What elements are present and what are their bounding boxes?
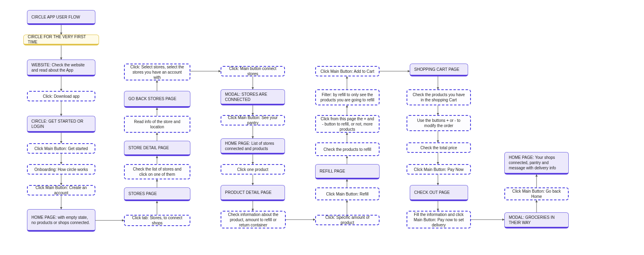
text: Click Main Button: Refill bbox=[326, 191, 369, 197]
node-check-total: Check the total price bbox=[407, 142, 471, 153]
text: HOME PAGE: Your shops connected, pantry … bbox=[509, 155, 564, 171]
node-check-cart: Check the products you have in the shopp… bbox=[407, 89, 471, 105]
node-go-back-stores: GO BACK STORES PAGE bbox=[124, 91, 190, 108]
text: Click Main Button: Go back Home bbox=[509, 189, 564, 199]
node-set-delivery: Fill the information and click Main Butt… bbox=[407, 211, 471, 228]
text: MODAL: GROCERIES IN THEIR WAY bbox=[509, 215, 564, 225]
text: Click: Main button connect stores bbox=[225, 66, 280, 76]
node-modal-groceries: MODAL: GROCERIES IN THEIR WAY bbox=[504, 212, 569, 228]
text: GO BACK STORES PAGE bbox=[128, 96, 176, 101]
text: REFILL PAGE bbox=[320, 169, 345, 174]
node-download-app: Click: Download app bbox=[27, 91, 95, 101]
node-title: CIRCLE APP USER FLOW bbox=[27, 10, 95, 25]
node-product-detail: PRODUCT DETAIL PAGE bbox=[221, 185, 285, 201]
text: Click Main Button: Pay Now bbox=[414, 167, 463, 172]
text: Click Main Button: Get started bbox=[35, 146, 88, 151]
text: CIRCLE: GET STARTED OR LOGIN bbox=[31, 119, 91, 129]
text: Click: Specific amount of product bbox=[320, 215, 375, 225]
text: Check the total price bbox=[420, 145, 457, 150]
node-home-list-stores: HOME PAGE: List of stores connected and … bbox=[221, 138, 285, 154]
user-flow-canvas: CIRCLE APP USER FLOW CIRCLE FOR THE VERY… bbox=[0, 0, 644, 255]
node-empty-home: HOME PAGE: with empty state, no products… bbox=[27, 209, 95, 232]
node-click-refill: Click Main Button: Refill bbox=[315, 187, 380, 200]
node-website: WEBSITE: Check the website and read abou… bbox=[27, 60, 95, 76]
text: Use the buttons + or - to modify the ord… bbox=[411, 118, 466, 128]
node-modal-stores-connected: MODAL: STORES ARE CONNECTED bbox=[221, 89, 285, 105]
node-plus-minus: Click from this page the + and - button … bbox=[315, 115, 380, 133]
text: SHOPPING CART PAGE bbox=[414, 67, 459, 72]
node-onboarding: Onboarding: How circle works bbox=[27, 164, 95, 175]
text: Click Main Button: See your pantry bbox=[225, 115, 280, 125]
node-select-stores: Click: Select stores, select the stores … bbox=[124, 64, 190, 80]
text: Click tab: Stores, to connect shops bbox=[129, 215, 186, 226]
node-specific-amount: Click: Specific amount of product bbox=[315, 215, 380, 225]
text: Click: Select stores, select the stores … bbox=[129, 64, 186, 80]
node-click-one-product: Click one product bbox=[221, 164, 285, 175]
text: Click one product bbox=[237, 167, 268, 172]
text: Check information about the product, amo… bbox=[225, 212, 281, 228]
text: MODAL: STORES ARE CONNECTED bbox=[225, 92, 281, 102]
node-check-refill: Check the products to refill bbox=[315, 142, 380, 156]
node-store-detail: STORE DETAIL PAGE bbox=[124, 141, 190, 156]
node-modify-order: Use the buttons + or - to modify the ord… bbox=[407, 115, 471, 131]
node-click-tab-stores: Click tab: Stores, to connect shops bbox=[124, 215, 190, 226]
node-create-account: Click Main Button: Create an account bbox=[27, 185, 95, 195]
node-refill-page: REFILL PAGE bbox=[315, 164, 380, 179]
node-add-to-cart: Click Main Button: Add to Cart bbox=[315, 66, 380, 76]
text: STORES PAGE bbox=[128, 191, 157, 196]
text: Filter: by refill to only see the produc… bbox=[320, 92, 375, 103]
text: PRODUCT DETAIL PAGE bbox=[225, 190, 272, 195]
text: CHECK OUT PAGE bbox=[414, 190, 450, 195]
node-check-store-list: Check the list of stores and click on on… bbox=[124, 164, 190, 179]
text: Click: Download app bbox=[43, 94, 79, 99]
text: STORE DETAIL PAGE bbox=[128, 145, 169, 150]
text: Click Main Button: Add to Cart bbox=[320, 69, 374, 74]
node-get-started: CIRCLE: GET STARTED OR LOGIN bbox=[27, 116, 95, 133]
text: Check the products you have in the shopp… bbox=[411, 92, 466, 103]
text: Check the list of stores and click on on… bbox=[129, 167, 186, 177]
text: Check the products to refill bbox=[324, 147, 371, 152]
node-first-time: CIRCLE FOR THE VERY FIRST TIME bbox=[23, 35, 99, 45]
text: HOME PAGE: with empty state, no products… bbox=[31, 215, 91, 225]
text: Fill the information and click Main Butt… bbox=[411, 212, 466, 228]
node-check-product-info: Check information about the product, amo… bbox=[221, 211, 286, 228]
text: Click from this page the + and - button … bbox=[320, 116, 375, 132]
text: Onboarding: How circle works bbox=[35, 167, 88, 172]
node-go-back-home: Click Main Button: Go back Home bbox=[504, 187, 569, 200]
node-stores-page: STORES PAGE bbox=[124, 187, 190, 201]
text: Read info of the store and location bbox=[129, 119, 186, 130]
text: WEBSITE: Check the website and read abou… bbox=[31, 62, 91, 73]
node-home-connected: HOME PAGE: Your shops connected, pantry … bbox=[504, 152, 569, 175]
node-checkout: CHECK OUT PAGE bbox=[410, 185, 468, 201]
node-shopping-cart: SHOPPING CART PAGE bbox=[410, 64, 468, 76]
text: Click Main Button: Create an account bbox=[32, 185, 91, 195]
node-filter-refill: Filter: by refill to only see the produc… bbox=[315, 89, 380, 105]
text: HOME PAGE: List of stores connected and … bbox=[225, 141, 281, 151]
node-read-store-info: Read info of the store and location bbox=[124, 116, 190, 133]
text: CIRCLE FOR THE VERY FIRST TIME bbox=[28, 34, 95, 45]
text: CIRCLE APP USER FLOW bbox=[31, 14, 80, 20]
node-see-pantry: Click Main Button: See your pantry bbox=[221, 115, 285, 125]
node-connect-stores: Click: Main button connect stores bbox=[221, 66, 285, 76]
node-click-get-started: Click Main Button: Get started bbox=[27, 143, 95, 154]
node-pay-now: Click Main Button: Pay Now bbox=[407, 164, 471, 175]
